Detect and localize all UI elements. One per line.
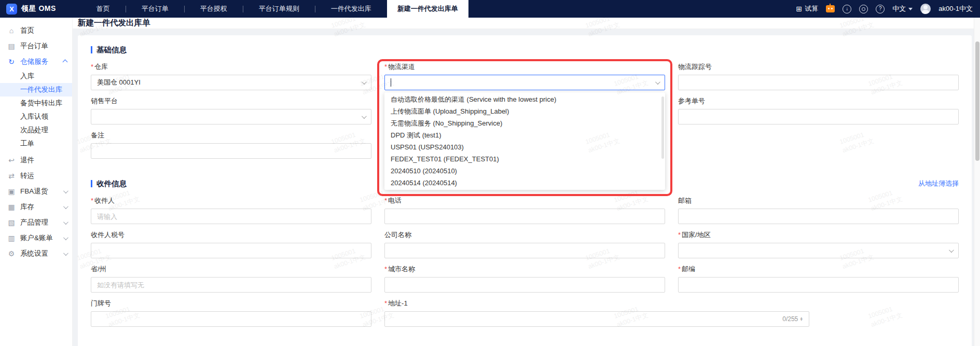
robot-assistant-icon[interactable] [826,5,835,12]
channel-option-20240510[interactable]: 20240510 (20240510) [384,165,665,177]
tab-new-dropship-order[interactable]: 新建一件代发出库单 [387,0,468,18]
dropdown-scrollbar[interactable] [661,96,664,159]
chevron-down-icon [362,79,367,85]
channel-option-20240514[interactable]: 20240514 (20240514) [384,177,665,189]
required-mark: * [384,265,387,273]
receiver-label: 收件人 [94,197,115,204]
sidebar-label: 账户&账单 [20,233,53,243]
address-book-link[interactable]: 从地址簿选择 [918,179,959,188]
sidebar-item-accounts[interactable]: ▥ 账户&账单 [0,230,72,246]
required-mark: * [91,197,93,204]
tracking-number-label: 物流跟踪号 [678,63,959,71]
channel-option-upload-label[interactable]: 上传物流面单 (Upload_Shipping_Label) [384,105,665,117]
phone-input[interactable] [384,209,665,224]
spinner-icon: ▲▼ [799,317,803,321]
email-input[interactable] [678,209,959,224]
sidebar-item-platform-orders[interactable]: ▤ 平台订单 [0,38,72,54]
remark-input[interactable] [91,143,371,159]
house-number-label: 门牌号 [91,300,371,307]
warehouse-value: 美国仓 0001YI [97,78,141,87]
language-label: 中文 [892,4,906,13]
tracking-number-field: 物流跟踪号 [678,63,959,90]
home-icon: ⌂ [7,26,16,35]
sidebar-item-transfer[interactable]: ⇄ 转运 [0,168,72,184]
receiver-input[interactable] [91,209,371,224]
state-label: 省/州 [91,266,371,273]
trial-calc-button[interactable]: ⊞ 试算 [796,4,819,13]
topnav-platform-auth[interactable]: 平台授权 [185,0,243,18]
download-icon[interactable]: ↓ [843,5,851,13]
channel-option-lowest-price[interactable]: 自动选取价格最低的渠道 (Service with the lowest pri… [384,93,665,105]
calculator-icon: ⊞ [796,5,803,12]
sidebar-item-inbound[interactable]: 入库 [0,70,72,83]
state-input[interactable] [91,277,371,293]
sidebar-item-fba-returns[interactable]: ▣ FBA退货 [0,184,72,199]
form-card: 基础信息 *仓库 美国仓 0001YI *物流渠道 [78,35,972,346]
section-accent-bar [91,180,92,187]
zip-input[interactable] [678,277,959,293]
required-mark: * [91,63,93,71]
topnav-order-rules[interactable]: 平台订单规则 [243,0,315,18]
topnav-platform-orders[interactable]: 平台订单 [126,0,184,18]
text-cursor [391,78,391,87]
topbar: X 领星 OMS 首页 平台订单 平台授权 平台订单规则 一件代发出库 新建一件… [0,0,980,18]
sidebar-item-products[interactable]: ▧ 产品管理 [0,215,72,230]
address1-textarea[interactable]: 0/255 ▲▼ [384,311,809,327]
topnav-home[interactable]: 首页 [81,0,126,18]
logo-text: 领星 OMS [21,4,56,13]
sidebar-item-inbound-claim[interactable]: 入库认领 [0,110,72,123]
app-logo[interactable]: X 领星 OMS [0,0,63,18]
address1-label: 地址-1 [388,299,408,307]
scrollbar-thumb[interactable] [975,41,979,161]
chevron-down-icon [655,79,660,85]
guide-icon[interactable] [859,5,868,13]
chevron-down-icon [63,251,68,256]
sidebar-item-home[interactable]: ⌂ 首页 [0,23,72,38]
sidebar-item-warehouse-services[interactable]: ↻ 仓储服务 [0,54,72,70]
section-accent-bar [91,46,92,53]
sales-platform-select[interactable] [91,109,371,124]
country-field: *国家/地区 [678,231,959,258]
accounts-icon: ▥ [7,234,16,242]
zip-field: *邮编 [678,266,959,293]
sidebar-item-inventory[interactable]: ▦ 库存 [0,199,72,215]
sidebar-item-returns[interactable]: ↩ 退件 [0,153,72,168]
help-icon[interactable]: ? [876,5,885,13]
sidebar-label: 首页 [20,26,34,35]
company-input[interactable] [384,243,665,258]
vertical-scrollbar[interactable] [974,18,980,346]
country-select[interactable] [678,243,959,258]
orders-icon: ▤ [7,42,16,50]
chevron-down-icon [949,247,954,253]
zip-label: 邮编 [682,265,695,273]
sidebar-item-work-order[interactable]: 工单 [0,137,72,150]
sidebar-item-settings[interactable]: ⚙ 系统设置 [0,246,72,261]
channel-option-no-shipping[interactable]: 无需物流服务 (No_Shipping_Service) [384,117,665,129]
warehouse-select[interactable]: 美国仓 0001YI [91,75,371,90]
fba-returns-icon: ▣ [7,187,16,196]
sidebar-item-transit-outbound[interactable]: 备货中转出库 [0,96,72,110]
chevron-down-icon [908,8,913,10]
topnav-dropship-outbound[interactable]: 一件代发出库 [315,0,387,18]
chevron-down-icon [63,235,68,240]
language-switcher[interactable]: 中文 [892,4,913,13]
sidebar-item-dropship-outbound[interactable]: 一件代发出库 [0,83,72,96]
tracking-number-input[interactable] [678,75,959,90]
city-input[interactable] [384,277,665,293]
basic-info-section-header: 基础信息 [91,45,959,55]
avatar[interactable] [920,4,931,14]
remark-label: 备注 [91,132,371,139]
house-number-input[interactable] [91,311,371,327]
logistics-channel-select[interactable] [384,75,665,90]
reference-number-input[interactable] [678,109,959,124]
channel-option-usps01[interactable]: USPS01 (USPS240103) [384,141,665,153]
sidebar-label: 平台订单 [20,41,48,51]
logistics-channel-field: *物流渠道 自动选取价格最低的渠道 (Service with the lowe… [384,63,665,90]
sidebar-item-defective[interactable]: 次品处理 [0,123,72,137]
tax-number-input[interactable] [91,243,371,258]
channel-option-fedex-test01[interactable]: FEDEX_TEST01 (FEDEX_TEST01) [384,153,665,165]
chevron-down-icon [63,219,68,225]
char-counter-value: 0/255 [782,315,798,323]
chevron-down-icon [63,188,68,193]
channel-option-dpd-test[interactable]: DPD 测试 (test1) [384,129,665,141]
